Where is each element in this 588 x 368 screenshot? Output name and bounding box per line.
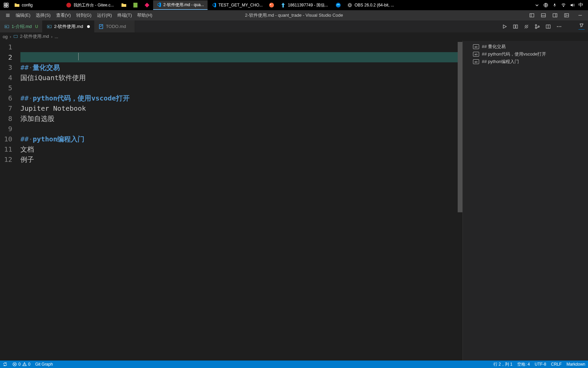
- svg-point-22: [535, 27, 537, 29]
- menu-select[interactable]: 选择(S): [33, 10, 53, 20]
- taskbar-item-obs[interactable]: OBS 26.0.2 (64-bit, ...: [344, 0, 399, 10]
- scrollbar-thumb[interactable]: [458, 42, 462, 212]
- window-minimize-icon[interactable]: [572, 10, 588, 20]
- palette-icon: [269, 2, 274, 8]
- editor-actions: [502, 20, 585, 32]
- taskbar-item-edge[interactable]: [333, 0, 344, 10]
- svg-rect-0: [4, 3, 6, 5]
- todo-file-icon: [98, 24, 104, 29]
- svg-point-26: [559, 26, 560, 27]
- svg-point-7: [270, 4, 271, 5]
- chevron-down-icon[interactable]: [534, 2, 540, 8]
- menu-edit[interactable]: 编辑(E): [13, 10, 33, 20]
- svg-point-27: [560, 26, 561, 27]
- taskbar-item-folder2[interactable]: [118, 0, 129, 10]
- layout-toggle-left-icon[interactable]: [526, 10, 538, 20]
- menu-hamburger[interactable]: [3, 10, 13, 20]
- status-cursor-pos[interactable]: 行 2，列 1: [493, 362, 512, 367]
- status-language[interactable]: Markdown: [567, 362, 585, 367]
- layout-toggle-right-icon[interactable]: [549, 10, 561, 20]
- taskbar-start-icon[interactable]: [1, 0, 11, 10]
- status-spaces[interactable]: 空格: 4: [517, 362, 530, 367]
- taskbar-label: TEST_GET_MY_CHO...: [218, 3, 263, 7]
- menu-help[interactable]: 帮助(H): [134, 10, 155, 20]
- status-git-graph[interactable]: Git Graph: [35, 362, 53, 367]
- tab-intro[interactable]: 1-介绍.md U: [0, 20, 43, 32]
- taskbar-item-stock[interactable]: 18611397749 - 国信...: [278, 0, 332, 10]
- tab-label: 1-介绍.md: [12, 24, 32, 30]
- taskbar-item-vscode-active[interactable]: 2-软件使用.md - qua...: [153, 0, 208, 10]
- taskbar-label: 2-软件使用.md - qua...: [163, 2, 204, 8]
- heading-symbol-icon: ab: [473, 44, 479, 49]
- tab-todo[interactable]: TODO.md: [94, 20, 135, 32]
- outline-label: ## 量化交易: [482, 44, 506, 50]
- breadcrumb-seg[interactable]: ...: [54, 34, 58, 39]
- source-control-icon[interactable]: [534, 24, 540, 30]
- layout-customize-icon[interactable]: [561, 10, 572, 20]
- svg-rect-12: [554, 4, 555, 5]
- taskbar-item-diamond[interactable]: [142, 0, 152, 10]
- svg-rect-20: [516, 25, 518, 28]
- vertical-scrollbar[interactable]: [458, 41, 462, 361]
- mic-icon[interactable]: [552, 2, 557, 8]
- taskbar-item-folder3[interactable]: [130, 0, 141, 10]
- outline-panel: ab ## 量化交易 ab ## python代码，使用vscode打开 ab …: [463, 41, 588, 361]
- taskbar-item-vscode-test[interactable]: TEST_GET_MY_CHO...: [208, 0, 265, 10]
- wifi-icon[interactable]: [561, 2, 566, 8]
- taskbar-label: config: [22, 3, 33, 7]
- search-glass-icon: [3, 2, 9, 8]
- run-icon[interactable]: [502, 24, 508, 30]
- svg-point-21: [535, 25, 537, 26]
- taskbar-item-gitee[interactable]: 我的工作台 - Gitee.c...: [63, 0, 118, 10]
- outline-refresh-icon[interactable]: [578, 24, 585, 30]
- status-eol[interactable]: CRLF: [551, 362, 561, 367]
- taskbar-item-config[interactable]: config: [12, 0, 63, 10]
- svg-rect-2: [4, 5, 6, 7]
- svg-rect-1: [6, 3, 8, 5]
- taskbar-label: 18611397749 - 国信...: [288, 2, 328, 8]
- windows-taskbar: config 我的工作台 - Gitee.c...: [0, 0, 588, 10]
- outline-label: ## python代码，使用vscode打开: [482, 51, 546, 57]
- heading-symbol-icon: ab: [473, 59, 479, 64]
- obs-icon: [347, 2, 353, 8]
- gitee-icon: [66, 2, 71, 8]
- menu-run[interactable]: 运行(R): [94, 10, 115, 20]
- editor-tabs: 1-介绍.md U 2-软件使用.md TODO.md: [0, 20, 588, 32]
- markdown-file-icon: [4, 24, 10, 29]
- svg-rect-5: [133, 3, 137, 7]
- split-diff-icon[interactable]: [512, 24, 519, 30]
- volume-icon[interactable]: [570, 2, 575, 8]
- layout-toggle-bottom-icon[interactable]: [538, 10, 549, 20]
- editor[interactable]: 1 2 3 4 5 6 7 8 9 10 11 12 ##·量化交易 国信iQu…: [0, 41, 463, 361]
- status-problems[interactable]: 0 0: [12, 362, 30, 367]
- notepad-icon: [133, 2, 138, 8]
- code-area[interactable]: ##·量化交易 国信iQuant软件使用 ##·python代码，使用vscod…: [17, 41, 462, 361]
- menu-goto[interactable]: 转到(G): [74, 10, 94, 20]
- menu-view[interactable]: 查看(V): [53, 10, 74, 20]
- more-actions-icon[interactable]: [556, 24, 562, 30]
- breadcrumb[interactable]: og › 2-软件使用.md › ...: [0, 32, 588, 41]
- taskbar-label: 我的工作台 - Gitee.c...: [74, 2, 114, 8]
- svg-rect-15: [541, 14, 545, 17]
- menu-terminal[interactable]: 终端(T): [115, 10, 135, 20]
- markdown-file-icon: [47, 24, 52, 29]
- outline-item[interactable]: ab ## 量化交易: [466, 43, 585, 50]
- breadcrumb-seg[interactable]: 2-软件使用.md: [20, 33, 49, 40]
- globe-icon[interactable]: [543, 2, 549, 8]
- taskbar-item-palette[interactable]: [266, 0, 277, 10]
- diamond-icon: [144, 2, 150, 8]
- split-editor-icon[interactable]: [545, 24, 551, 30]
- svg-point-9: [347, 3, 352, 7]
- svg-rect-14: [530, 14, 534, 17]
- line-gutter: 1 2 3 4 5 6 7 8 9 10 11 12: [0, 41, 17, 361]
- outline-item[interactable]: ab ## python代码，使用vscode打开: [466, 50, 585, 58]
- outline-item[interactable]: ab ## python编程入门: [466, 58, 585, 65]
- ime-indicator[interactable]: 中: [578, 2, 583, 8]
- breadcrumb-seg[interactable]: og: [3, 34, 7, 39]
- tab-software-usage[interactable]: 2-软件使用.md: [43, 20, 94, 32]
- folder-icon: [14, 2, 20, 8]
- open-changes-icon[interactable]: [523, 24, 529, 30]
- vscode-icon: [156, 2, 161, 7]
- status-sync[interactable]: [3, 362, 7, 367]
- status-encoding[interactable]: UTF-8: [535, 362, 546, 367]
